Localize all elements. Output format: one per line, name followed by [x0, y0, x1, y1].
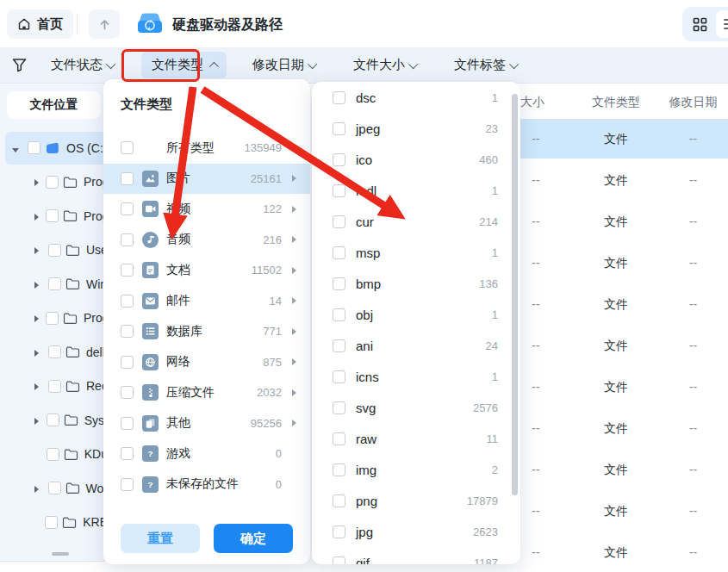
tree-item-prog[interactable]: Prog [0, 165, 108, 200]
file-type-row-1[interactable]: 图片25161 [103, 164, 310, 195]
caret-right-icon[interactable] [33, 277, 41, 292]
caret-right-icon[interactable] [33, 174, 39, 190]
extension-checkbox[interactable] [333, 246, 345, 259]
tree-item-prog[interactable]: Prog [0, 302, 108, 336]
extension-row-svg[interactable]: svg2576 [312, 392, 520, 423]
extension-row-dsc[interactable]: dsc1 [312, 82, 520, 113]
file-type-row-6[interactable]: 数据库771 [103, 316, 310, 347]
extension-checkbox[interactable] [333, 494, 345, 507]
type-checkbox[interactable] [121, 172, 134, 185]
tree-checkbox[interactable] [47, 413, 59, 426]
caret-right-icon[interactable] [33, 242, 41, 258]
type-checkbox[interactable] [121, 356, 134, 369]
tree-checkbox[interactable] [48, 380, 61, 393]
tree-item-use[interactable]: Use [0, 233, 108, 268]
tree-item-kre[interactable]: KRE [0, 506, 108, 540]
extension-checkbox[interactable] [333, 215, 345, 228]
extension-checkbox[interactable] [333, 401, 345, 414]
table-row[interactable]: --文件-- [519, 408, 728, 448]
caret-down-icon[interactable] [12, 140, 21, 156]
type-checkbox[interactable] [121, 141, 134, 154]
extension-row-ani[interactable]: ani24 [312, 330, 520, 361]
type-checkbox[interactable] [121, 447, 134, 460]
type-checkbox[interactable] [121, 233, 134, 246]
table-header-0[interactable]: 大小 [515, 95, 550, 110]
extension-row-msp[interactable]: msp1 [312, 237, 520, 268]
caret-right-icon[interactable] [33, 378, 41, 394]
extension-row-png[interactable]: png17879 [312, 485, 520, 516]
vertical-scrollbar[interactable] [512, 94, 518, 495]
list-view-button[interactable] [716, 10, 728, 38]
type-checkbox[interactable] [121, 264, 134, 277]
file-type-row-9[interactable]: 其他95256 [103, 408, 310, 439]
type-checkbox[interactable] [121, 325, 134, 338]
extension-checkbox[interactable] [333, 184, 345, 197]
table-row[interactable]: --文件-- [519, 450, 728, 489]
up-button[interactable] [89, 9, 120, 39]
grid-view-icon[interactable] [693, 17, 707, 32]
file-type-row-8[interactable]: 压缩文件2032 [103, 377, 310, 408]
tree-item-dell[interactable]: dell [0, 335, 108, 370]
caret-right-icon[interactable] [33, 481, 41, 496]
table-row[interactable]: --文件-- [519, 202, 728, 241]
tree-item-win[interactable]: Win [0, 267, 108, 302]
table-row[interactable]: --文件-- [519, 284, 728, 324]
type-checkbox[interactable] [121, 478, 134, 491]
extension-row-jpeg[interactable]: jpeg23 [312, 113, 520, 144]
extension-checkbox[interactable] [333, 556, 345, 565]
filter-item-2[interactable]: 修改日期 [242, 52, 327, 78]
extension-row-jpg[interactable]: jpg2623 [312, 516, 520, 547]
tree-checkbox[interactable] [46, 209, 59, 222]
file-type-row-7[interactable]: 网络875 [103, 347, 310, 378]
file-type-row-4[interactable]: 文档11502 [103, 255, 310, 286]
filter-item-4[interactable]: 文件标签 [444, 52, 529, 78]
tree-checkbox[interactable] [28, 141, 40, 154]
tree-checkbox[interactable] [48, 244, 61, 257]
home-button[interactable]: 首页 [7, 9, 73, 39]
type-checkbox[interactable] [121, 295, 134, 308]
extension-checkbox[interactable] [333, 277, 345, 290]
extension-row-gif[interactable]: gif1187 [312, 547, 520, 564]
tree-item-os-c-[interactable]: OS (C: [0, 131, 108, 165]
extension-checkbox[interactable] [333, 432, 345, 445]
table-row[interactable]: --文件-- [519, 491, 728, 531]
table-row[interactable]: --文件-- [519, 160, 728, 200]
file-type-row-10[interactable]: ?游戏0 [103, 438, 310, 469]
extension-row-ico[interactable]: ico460 [312, 144, 520, 175]
confirm-button[interactable]: 确定 [214, 524, 293, 553]
type-checkbox[interactable] [121, 386, 134, 399]
caret-right-icon[interactable] [33, 413, 40, 428]
table-row[interactable]: --文件-- [519, 119, 728, 159]
tree-checkbox[interactable] [48, 345, 61, 358]
extension-row-mdl[interactable]: mdl1 [312, 175, 520, 206]
file-type-row-3[interactable]: 音频216 [103, 225, 310, 256]
table-header-2[interactable]: 修改日期 [656, 95, 728, 110]
table-header-1[interactable]: 文件类型 [577, 95, 655, 110]
tree-item-syst[interactable]: Syst [0, 403, 108, 438]
filter-item-1[interactable]: 文件类型 [141, 52, 227, 78]
tree-checkbox[interactable] [47, 448, 59, 461]
type-checkbox[interactable] [121, 202, 134, 215]
file-type-row-11[interactable]: ?未保存的文件0 [103, 469, 310, 501]
extension-checkbox[interactable] [333, 308, 345, 321]
tree-item-rec[interactable]: Rec [0, 370, 108, 404]
extension-checkbox[interactable] [333, 339, 345, 352]
file-type-row-5[interactable]: 邮件14 [103, 286, 310, 317]
table-row[interactable]: --文件-- [519, 367, 728, 407]
filter-item-3[interactable]: 文件大小 [343, 52, 428, 78]
filter-item-0[interactable]: 文件状态 [40, 52, 126, 78]
tree-item-prog[interactable]: Prog [0, 199, 108, 233]
tree-checkbox[interactable] [46, 176, 59, 189]
caret-right-icon[interactable] [33, 345, 41, 360]
caret-right-icon[interactable] [33, 208, 39, 224]
extension-row-bmp[interactable]: bmp136 [312, 268, 520, 299]
extension-row-obj[interactable]: obj1 [312, 299, 520, 330]
caret-right-icon[interactable] [33, 310, 39, 326]
table-row[interactable]: --文件-- [519, 532, 728, 572]
tree-checkbox[interactable] [48, 482, 61, 494]
type-checkbox[interactable] [121, 417, 134, 430]
extension-checkbox[interactable] [333, 122, 345, 135]
extension-row-img[interactable]: img2 [312, 454, 520, 485]
extension-row-raw[interactable]: raw11 [312, 423, 520, 454]
horizontal-scrollbar[interactable] [52, 552, 69, 556]
